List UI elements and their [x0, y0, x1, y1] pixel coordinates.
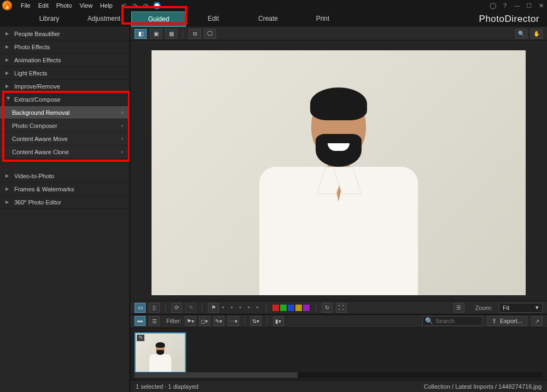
crop-button[interactable]: ⛶	[336, 303, 347, 313]
app-logo-icon: 🔥	[2, 1, 12, 10]
sidebar-item-light-effects[interactable]: ▶Light Effects	[0, 67, 130, 80]
filmstrip-scrollbar[interactable]	[135, 372, 543, 378]
sidebar-item-label: People Beautifier	[14, 31, 60, 37]
thumb-size-button[interactable]: ▪▪▪	[135, 316, 146, 326]
viewer-panel: ◧ ▣ ▦ ⧉ 🖵 🔍 ✋	[130, 27, 547, 392]
redo-icon[interactable]: ↷	[131, 2, 139, 9]
module-edit[interactable]: Edit	[186, 11, 241, 27]
stack-button[interactable]: ▮▾	[273, 316, 284, 326]
sidebar-item-label: Light Effects	[14, 70, 47, 77]
flag-button[interactable]: ⚑	[208, 303, 219, 313]
sub-item-label: Content Aware Move	[12, 136, 68, 142]
minimize-icon[interactable]: —	[513, 2, 521, 9]
sidebar-item-photo-effects[interactable]: ▶Photo Effects	[0, 40, 130, 54]
viewer-toolbar: ◧ ▣ ▦ ⧉ 🖵 🔍 ✋	[130, 27, 547, 40]
filter-flag-button[interactable]: ⚑▾	[185, 316, 196, 326]
sidebar-item-label: Improve/Remove	[14, 83, 60, 90]
thumbnail-selected[interactable]: ✎	[135, 332, 186, 373]
color-label-swatches[interactable]	[272, 304, 310, 312]
zoom-tool-button[interactable]: 🔍	[515, 29, 527, 39]
help-icon[interactable]: ?	[501, 2, 509, 9]
filmstrip: ✎	[130, 328, 547, 381]
module-bar: Library Adjustment Guided Edit Create Pr…	[0, 11, 547, 27]
menu-edit[interactable]: Edit	[38, 2, 49, 9]
sidebar-item-people-beautifier[interactable]: ▶People Beautifier	[0, 27, 130, 40]
sub-item-label: Background Removal	[12, 109, 69, 116]
menu-file[interactable]: File	[21, 2, 31, 9]
close-icon[interactable]: ✕	[537, 2, 545, 9]
menu-bar: File Edit Photo View Help	[21, 2, 113, 9]
export-icon: ⇪	[492, 318, 497, 325]
sub-item-content-aware-clone[interactable]: Content Aware Clone›	[0, 145, 130, 159]
menu-view[interactable]: View	[79, 2, 92, 9]
sub-item-content-aware-move[interactable]: Content Aware Move›	[0, 132, 130, 145]
sub-item-background-removal[interactable]: Background Removal›	[0, 106, 130, 119]
separator	[266, 303, 266, 312]
view-grid-button[interactable]: ▦	[165, 29, 177, 39]
sync-button[interactable]: ↻	[322, 303, 333, 313]
filter-label-button[interactable]: ◻▾	[199, 316, 210, 326]
sidebar-item-label: 360º Photo Editor	[14, 199, 61, 206]
viewer-canvas[interactable]	[130, 40, 547, 301]
filter-edit-button[interactable]: ✎▾	[213, 316, 224, 326]
lower-toolbar-2: ▪▪▪ ☰ Filter: ⚑▾ ◻▾ ✎▾ ⋯▾ ⇅▾ ▮▾ 🔍 ✕ ⇪ Ex…	[130, 314, 547, 328]
app-brand: PhotoDirector	[479, 14, 539, 25]
maximize-icon[interactable]: ☐	[525, 2, 533, 9]
chevron-right-icon: ▶	[5, 44, 11, 49]
sidebar-item-improve-remove[interactable]: ▶Improve/Remove	[0, 80, 130, 93]
view-single-button[interactable]: ◧	[135, 29, 147, 39]
search-box[interactable]: 🔍 ✕	[422, 316, 482, 326]
title-bar: 🔥 File Edit Photo View Help ↶ ↷ ⟳ ⬤ ◯ ? …	[0, 0, 547, 11]
zoom-value: Fit	[503, 305, 509, 311]
view-compare-button[interactable]: ▣	[150, 29, 162, 39]
undo-icon[interactable]: ↶	[120, 2, 128, 9]
photo-preview	[152, 50, 526, 295]
module-print[interactable]: Print	[295, 11, 350, 27]
separator	[165, 303, 166, 312]
status-path: Collection / Latest Imports / 1448274716…	[424, 383, 542, 390]
rating-dots[interactable]: • • • • •	[222, 304, 260, 312]
sidebar-item-label: Photo Effects	[14, 44, 50, 50]
list-view-button[interactable]: ☰	[149, 316, 160, 326]
sidebar-item-frames-watermarks[interactable]: ▶Frames & Watermarks	[0, 183, 130, 196]
sidebar-item-360-photo-editor[interactable]: ▶360º Photo Editor	[0, 196, 130, 209]
sidebar-item-label: Extract/Compose	[14, 96, 60, 103]
module-create[interactable]: Create	[241, 11, 295, 27]
layout-toggle-b[interactable]: ▯	[149, 303, 160, 313]
separator	[267, 317, 267, 325]
export-label: Export...	[500, 318, 522, 324]
thumb-badge-icon: ✎	[137, 335, 144, 341]
refresh-icon[interactable]: ⟳	[142, 2, 150, 9]
sidebar-item-extract-compose[interactable]: ▶Extract/Compose	[0, 93, 130, 106]
module-adjustment[interactable]: Adjustment	[77, 11, 131, 27]
module-library[interactable]: Library	[22, 11, 77, 27]
status-selection: 1 selected · 1 displayed	[136, 383, 199, 390]
chevron-right-icon: ▶	[5, 31, 11, 36]
cloud-icon[interactable]: ⬤	[153, 2, 161, 9]
pan-tool-button[interactable]: ✋	[531, 29, 543, 39]
chevron-right-icon: ›	[121, 122, 123, 128]
person-illustration	[257, 71, 421, 295]
menu-help[interactable]: Help	[100, 2, 113, 9]
export-button[interactable]: ⇪ Export...	[487, 316, 527, 326]
module-guided[interactable]: Guided	[131, 11, 186, 27]
account-icon[interactable]: ◯	[489, 2, 497, 9]
sidebar-item-animation-effects[interactable]: ▶Animation Effects	[0, 54, 130, 67]
panel-settings-button[interactable]: ☰	[453, 303, 464, 313]
share-button[interactable]: ↗	[532, 316, 543, 326]
sub-item-photo-composer[interactable]: Photo Composer›	[0, 119, 130, 132]
sort-button[interactable]: ⇅▾	[251, 316, 261, 326]
rotate-button[interactable]: ⟳	[171, 303, 182, 313]
thumb-person-illustration	[149, 339, 171, 372]
sidebar-item-video-to-photo[interactable]: ▶Video-to-Photo	[0, 169, 130, 183]
menu-photo[interactable]: Photo	[56, 2, 72, 9]
chevron-down-icon: ▾	[536, 304, 539, 311]
status-bar: 1 selected · 1 displayed Collection / La…	[130, 381, 547, 392]
filter-more-button[interactable]: ⋯▾	[228, 316, 239, 326]
view-screen-button[interactable]: 🖵	[204, 29, 216, 39]
edit-disabled-button: ✎	[185, 303, 196, 313]
zoom-select[interactable]: Fit ▾	[499, 303, 543, 313]
sidebar-item-label: Animation Effects	[14, 57, 61, 63]
view-layout-button[interactable]: ⧉	[189, 29, 201, 39]
layout-toggle-a[interactable]: ▭	[135, 303, 146, 313]
